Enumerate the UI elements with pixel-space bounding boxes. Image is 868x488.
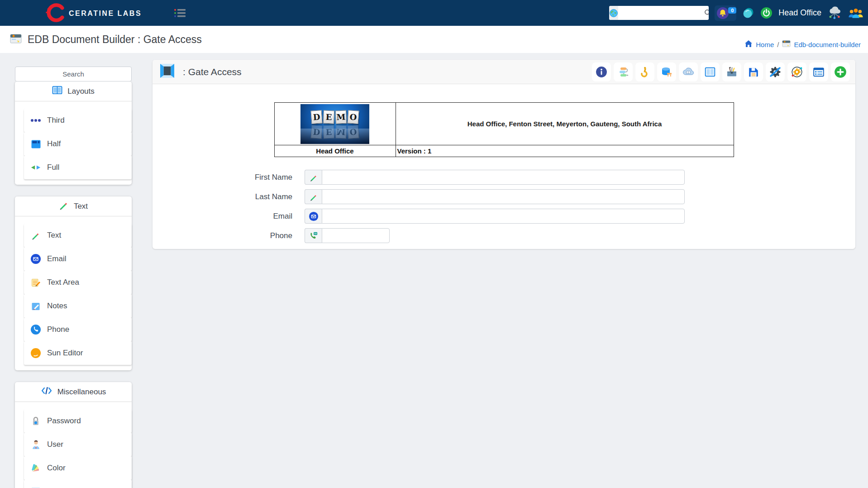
notes-icon [30,301,41,311]
user-icon [30,440,41,450]
global-search [609,6,709,20]
demo-tile-reflection: E [323,125,334,139]
section-header-text[interactable]: Text [15,196,132,216]
columns-icon[interactable] [701,62,720,81]
item-label: User [47,440,63,449]
pencil-icon [305,170,322,185]
sidebar-item-half[interactable]: Half [24,132,132,156]
notifications-button[interactable]: 0 [715,5,736,21]
item-label: Third [47,116,65,125]
cloud-network-icon[interactable] [827,5,842,20]
sidebar-item-third[interactable]: Third [24,109,132,132]
sidebar-item-full[interactable]: Full [24,156,132,179]
item-label: Sun Editor [47,349,83,358]
demo-tile: M [335,110,347,124]
hook-icon[interactable] [635,62,654,81]
phone-icon [30,324,41,335]
toolbox-icon[interactable] [722,62,741,81]
brand-text: CERATINE LABS [69,10,142,18]
users-group-icon[interactable] [848,6,863,20]
cloud-book-icon[interactable] [679,62,698,81]
save-icon[interactable] [744,62,763,81]
sidebar-search-input[interactable] [15,67,132,81]
globe-icon [609,6,618,20]
demo-tile: D [311,110,323,124]
pencil-icon [305,189,322,204]
section-layouts: Layouts Third Half [15,81,132,185]
card-toolbar [592,62,850,81]
add-icon[interactable] [831,62,850,81]
office-address-cell: Head Office, Fenton Street, Meyerton, Ga… [396,103,734,145]
email-input[interactable] [322,209,685,224]
sidebar-item-password[interactable]: Password [24,409,132,433]
office-name-cell: Head Office [274,145,396,157]
section-miscellaneous: Miscellaneous Password [15,382,132,488]
card-header: : Gate Access [153,60,855,84]
sidebar-item-notes[interactable]: Notes [24,294,132,318]
card-title: : Gate Access [183,67,242,77]
component-sidebar: Layouts Third Half [15,67,132,488]
gear-slash-icon[interactable] [766,62,785,81]
company-logo-cell: D E M O D E M O [274,103,396,145]
bell-icon [716,7,729,19]
top-navbar: CERATINE LABS [0,0,868,26]
lock-icon [30,416,41,426]
phone-message-icon [305,228,322,243]
first-name-input[interactable] [322,170,685,185]
form-row-email: Email [153,209,855,224]
document-header-table: D E M O D E M O Head Office, Fenton [274,102,734,157]
current-office-label: Head Office [778,8,821,18]
demo-tile-reflection: D [311,125,323,139]
global-search-input[interactable] [618,6,704,20]
sidebar-item-partial[interactable] [24,480,132,488]
breadcrumb-separator: / [777,41,779,48]
sidebar-item-user[interactable]: User [24,433,132,456]
notification-count-badge: 0 [728,7,736,14]
breadcrumb: Home / Edb-document-builder [744,40,861,49]
orbit-gear-icon[interactable] [787,62,806,81]
breadcrumb-home-link[interactable]: Home [756,41,774,48]
sidebar-item-phone[interactable]: Phone [24,318,132,341]
brand-logo[interactable]: CERATINE LABS [45,2,142,25]
section-header-layouts[interactable]: Layouts [15,81,132,101]
page-header: EDB Document Builder : Gate Access Home … [0,26,868,53]
code-icon [41,386,52,397]
item-label: Full [47,163,59,172]
gate-access-form: First Name Last Name [153,170,855,243]
flow-icon[interactable] [614,62,633,81]
item-label: Email [47,254,67,263]
sidebar-item-color[interactable]: Color [24,456,132,480]
power-icon[interactable] [760,7,773,19]
phone-input[interactable] [322,228,390,243]
form-settings-icon[interactable] [809,62,828,81]
database-icon[interactable] [657,62,676,81]
page-title: EDB Document Builder : Gate Access [28,33,202,46]
breadcrumb-current-link[interactable]: Edb-document-builder [794,41,861,48]
search-submit-icon[interactable] [704,9,709,17]
coin-icon[interactable] [742,7,754,19]
last-name-label: Last Name [153,189,305,204]
email-icon [305,209,322,224]
first-name-label: First Name [153,170,305,185]
page: CERATINE LABS [0,0,868,488]
sidebar-item-textarea[interactable]: Text Area [24,271,132,294]
last-name-input[interactable] [322,189,685,204]
sidebar-toggle-icon[interactable] [173,7,187,19]
sidebar-item-sun-editor[interactable]: Sun Editor [24,341,132,365]
document-builder-card: : Gate Access [153,60,855,249]
brand-c-icon [45,2,66,25]
section-header-miscellaneous[interactable]: Miscellaneous [15,382,132,402]
item-label: Text [47,231,61,240]
phone-label: Phone [153,228,305,243]
home-icon [744,40,753,49]
form-row-last-name: Last Name [153,189,855,204]
app-window-icon [10,34,22,45]
sidebar-item-text[interactable]: Text [24,224,132,247]
sidebar-item-email[interactable]: Email [24,247,132,271]
demo-tile: E [323,110,334,124]
email-label: Email [153,209,305,224]
email-icon [30,254,41,264]
item-label: Phone [47,325,69,334]
info-icon[interactable] [592,62,611,81]
demo-tile-reflection: O [348,125,359,139]
